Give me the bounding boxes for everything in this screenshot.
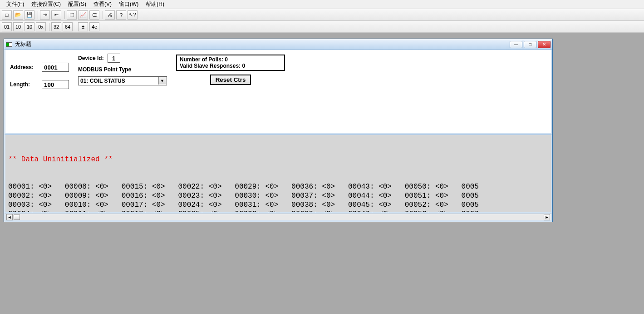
reset-ctrs-button[interactable]: Reset Ctrs bbox=[210, 75, 251, 85]
toolbar2-btn-6[interactable]: 64 bbox=[63, 22, 73, 31]
mdi-child-window: 无标题 — □ ✕ Address: Length: Device Id: MO… bbox=[4, 39, 553, 222]
toolbar2-btn-5[interactable]: 32 bbox=[51, 22, 61, 31]
menu-file[interactable]: 文件(F) bbox=[3, 0, 28, 9]
toolbar1-btn-4[interactable]: ⇥ bbox=[40, 10, 50, 20]
point-type-combo[interactable]: 01: COIL STATUS ▼ bbox=[78, 76, 167, 85]
toolbar1-btn-5[interactable]: ⇤ bbox=[51, 10, 61, 20]
toolbar1-btn-7[interactable]: ⬚ bbox=[67, 10, 77, 20]
menu-config[interactable]: 配置(S) bbox=[64, 0, 90, 9]
toolbar2-btn-9[interactable]: 4e bbox=[89, 22, 99, 31]
stats-box: Number of Polls: 0 Valid Slave Responses… bbox=[176, 55, 285, 71]
length-label: Length: bbox=[10, 81, 38, 88]
scroll-track[interactable] bbox=[13, 214, 544, 220]
point-type-value: 01: COIL STATUS bbox=[80, 78, 125, 84]
device-id-label: Device Id: bbox=[78, 55, 104, 61]
scroll-left-button[interactable]: ◄ bbox=[6, 214, 13, 220]
toolbar2-btn-1[interactable]: 10 bbox=[13, 22, 23, 31]
toolbar1-btn-8[interactable]: 📈 bbox=[78, 10, 88, 20]
toolbar2-btn-8[interactable]: ± bbox=[78, 22, 88, 31]
device-id-input[interactable] bbox=[108, 54, 120, 63]
point-type-label: MODBUS Point Type bbox=[78, 66, 131, 73]
menu-help[interactable]: 帮助(H) bbox=[142, 0, 168, 9]
valid-responses-label: Valid Slave Responses: 0 bbox=[180, 63, 281, 69]
form-panel: Address: Length: Device Id: MODBUS Point… bbox=[4, 50, 552, 135]
maximize-button[interactable]: □ bbox=[524, 41, 536, 48]
menu-bar: 文件(F) 连接设置(C) 配置(S) 查看(V) 窗口(W) 帮助(H) bbox=[0, 0, 644, 9]
toolbar1-btn-11[interactable]: 🖨 bbox=[105, 10, 115, 20]
toolbar2-btn-0[interactable]: 01 bbox=[2, 22, 12, 31]
toolbar1-btn-2[interactable]: 💾 bbox=[25, 10, 34, 20]
close-button[interactable]: ✕ bbox=[538, 41, 551, 48]
toolbar1-btn-1[interactable]: 📂 bbox=[13, 10, 23, 20]
window-title: 无标题 bbox=[15, 40, 510, 48]
data-grid: ** Data Uninitialized ** 00001: <0> 0000… bbox=[4, 135, 552, 214]
toolbar2-btn-2[interactable]: 10 bbox=[25, 22, 34, 31]
toolbar1-btn-0[interactable]: □ bbox=[2, 10, 12, 20]
toolbar-secondary: 0110100x3264±4e bbox=[0, 21, 644, 33]
data-grid-header: ** Data Uninitialized ** bbox=[8, 155, 548, 164]
horizontal-scrollbar[interactable]: ◄ ► bbox=[4, 214, 552, 222]
menu-view[interactable]: 查看(V) bbox=[90, 0, 115, 9]
length-input[interactable] bbox=[42, 80, 69, 89]
menu-connection[interactable]: 连接设置(C) bbox=[28, 0, 64, 9]
address-input[interactable] bbox=[42, 63, 69, 72]
minimize-button[interactable]: — bbox=[510, 41, 522, 48]
window-icon bbox=[6, 42, 12, 47]
menu-window[interactable]: 窗口(W) bbox=[115, 0, 142, 9]
scroll-right-button[interactable]: ► bbox=[544, 214, 550, 220]
child-titlebar[interactable]: 无标题 — □ ✕ bbox=[4, 39, 552, 50]
scroll-thumb[interactable] bbox=[14, 214, 20, 220]
toolbar-main: □📂💾⇥⇤⬚📈🖵🖨?↖? bbox=[0, 9, 644, 21]
data-grid-body: 00001: <0> 00008: <0> 00015: <0> 00022: … bbox=[8, 182, 548, 214]
chevron-down-icon: ▼ bbox=[158, 77, 166, 85]
polls-label: Number of Polls: 0 bbox=[180, 56, 281, 63]
toolbar1-btn-12[interactable]: ? bbox=[116, 10, 126, 20]
toolbar2-btn-3[interactable]: 0x bbox=[36, 22, 46, 31]
toolbar1-btn-13[interactable]: ↖? bbox=[128, 10, 138, 20]
toolbar1-btn-9[interactable]: 🖵 bbox=[89, 10, 99, 20]
address-label: Address: bbox=[10, 64, 38, 70]
